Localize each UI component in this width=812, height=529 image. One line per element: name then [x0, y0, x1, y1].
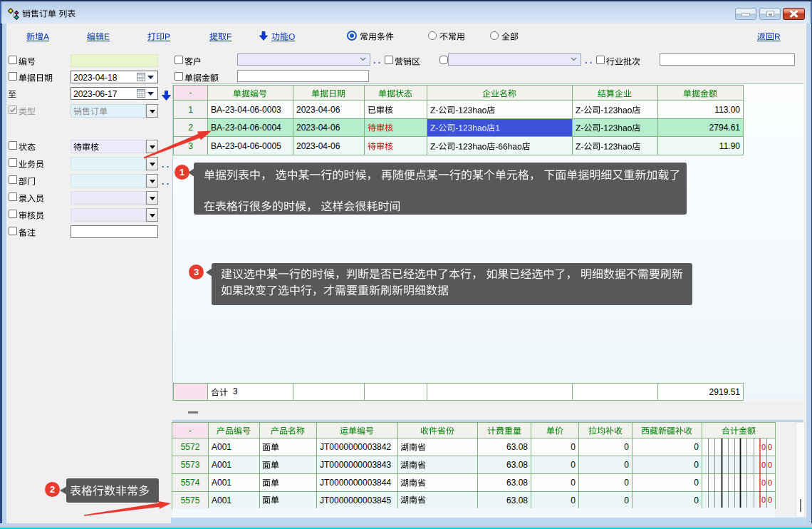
svg-text:0: 0: [761, 461, 766, 469]
svg-text:0: 0: [768, 461, 772, 469]
svg-text:0: 0: [768, 443, 772, 451]
svg-text:0: 0: [768, 495, 772, 504]
svg-text:0: 0: [761, 443, 766, 451]
svg-text:0: 0: [761, 478, 766, 487]
svg-text:0: 0: [768, 478, 772, 487]
svg-text:0: 0: [761, 495, 766, 504]
